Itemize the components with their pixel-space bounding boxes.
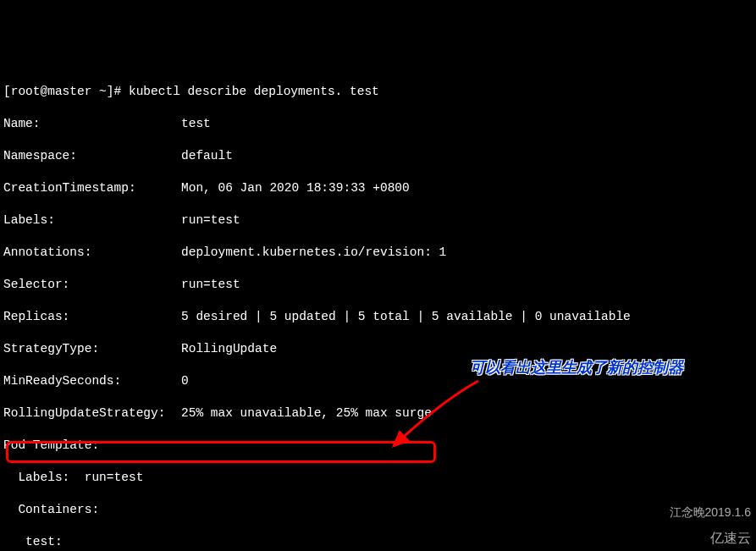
- annotation-text: 可以看出这里生成了新的控制器: [470, 360, 683, 376]
- command-line: [root@master ~]# kubectl describe deploy…: [3, 84, 753, 100]
- pod-labels: Labels: run=test: [3, 470, 753, 486]
- field-rolling-update-strategy: RollingUpdateStrategy:25% max unavailabl…: [3, 405, 753, 422]
- field-namespace: Namespace:default: [3, 148, 753, 164]
- command-text: kubectl describe deployments. test: [129, 85, 379, 98]
- watermark-brand: 亿速云: [688, 530, 751, 546]
- cloud-icon: [688, 532, 707, 545]
- field-creation-timestamp: CreationTimestamp:Mon, 06 Jan 2020 18:39…: [3, 180, 753, 196]
- field-labels: Labels:run=test: [3, 212, 753, 229]
- watermark-author: 江念晚2019.1.6: [670, 504, 752, 521]
- field-strategy-type: StrategyType:RollingUpdate: [3, 341, 753, 357]
- pod-containers: Containers:: [3, 502, 753, 518]
- field-name: Name:test: [3, 116, 753, 132]
- pod-template-header: Pod Template:: [3, 438, 753, 454]
- field-selector: Selector:run=test: [3, 277, 753, 293]
- pod-container-test: test:: [3, 534, 753, 550]
- field-annotations: Annotations:deployment.kubernetes.io/rev…: [3, 245, 753, 261]
- field-replicas: Replicas:5 desired | 5 updated | 5 total…: [3, 309, 753, 325]
- terminal-output: [root@master ~]# kubectl describe deploy…: [3, 68, 753, 551]
- shell-prompt: [root@master ~]#: [3, 85, 129, 98]
